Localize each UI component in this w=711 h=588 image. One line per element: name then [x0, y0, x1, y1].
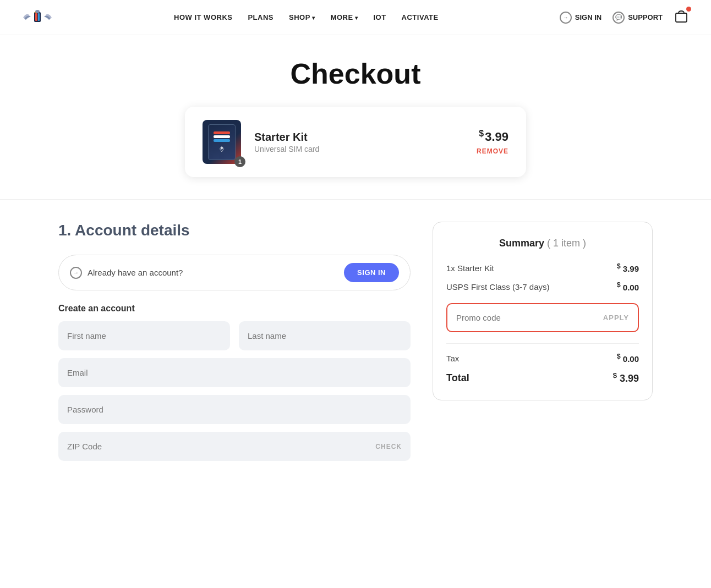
svg-rect-2 — [38, 13, 40, 21]
nav-plans[interactable]: PLANS — [248, 13, 274, 21]
sign-in-icon: → — [560, 12, 572, 24]
svg-rect-4 — [676, 13, 687, 22]
nav-more[interactable]: MORE — [331, 13, 358, 21]
cart-badge — [686, 7, 691, 12]
page-title: Checkout — [0, 35, 711, 107]
section-divider — [0, 199, 711, 200]
product-image — [203, 120, 241, 164]
cart-product-name: Starter Kit — [254, 131, 463, 144]
section-title: 1. Account details — [58, 222, 411, 239]
shipping-line: USPS First Class (3-7 days) $ 0.00 — [446, 281, 639, 292]
nav-right: → SIGN IN 💬 SUPPORT — [560, 9, 689, 26]
password-input[interactable] — [58, 395, 411, 424]
tax-label: Tax — [446, 354, 459, 363]
sim-card-visual — [208, 124, 236, 160]
starter-kit-line: 1x Starter Kit $ 3.99 — [446, 262, 639, 273]
svg-point-3 — [35, 10, 40, 13]
summary-divider — [446, 343, 639, 344]
signin-button[interactable]: SIGN IN — [344, 263, 399, 282]
main-content: 1. Account details → Already have an acc… — [25, 222, 686, 502]
cart-price: $3.99 — [477, 129, 508, 144]
sign-in-nav[interactable]: → SIGN IN — [560, 12, 601, 24]
last-name-input[interactable] — [239, 321, 411, 350]
nav-activate[interactable]: ACTIVATE — [402, 13, 439, 21]
summary-card: Summary ( 1 item ) 1x Starter Kit $ 3.99… — [433, 222, 653, 400]
section-number: 1. — [58, 222, 71, 239]
svg-rect-1 — [35, 13, 37, 21]
email-input[interactable] — [58, 358, 411, 387]
support-nav[interactable]: 💬 SUPPORT — [612, 12, 663, 24]
dollar-sign: $ — [479, 129, 484, 138]
nav-links: HOW IT WORKS PLANS SHOP MORE IOT ACTIVAT… — [174, 13, 439, 21]
logo[interactable] — [22, 8, 53, 28]
cart-icon[interactable] — [674, 9, 689, 26]
starter-kit-price: $ 3.99 — [617, 262, 639, 273]
already-account-text-group: → Already have an account? — [70, 267, 183, 279]
signin-arrow-icon: → — [70, 267, 82, 279]
summary-title: Summary ( 1 item ) — [446, 238, 639, 249]
product-image-wrap: 1 — [203, 120, 241, 164]
starter-kit-label: 1x Starter Kit — [446, 263, 494, 273]
zip-code-input[interactable] — [58, 432, 411, 461]
nav-shop[interactable]: SHOP — [289, 13, 315, 21]
support-icon: 💬 — [612, 12, 625, 24]
name-row — [58, 321, 411, 350]
cart-quantity-badge: 1 — [234, 156, 245, 167]
cart-product-desc: Universal SIM card — [254, 145, 463, 153]
first-name-input[interactable] — [58, 321, 230, 350]
apply-button[interactable]: APPLY — [603, 314, 629, 322]
total-line: Total $ 3.99 — [446, 371, 639, 384]
cart-section: 1 Starter Kit Universal SIM card $3.99 R… — [0, 107, 711, 199]
tax-price: $ 0.00 — [617, 353, 639, 364]
nav-how-it-works[interactable]: HOW IT WORKS — [174, 13, 232, 21]
signin-box: → Already have an account? SIGN IN — [58, 255, 411, 290]
total-price: $ 3.99 — [613, 371, 639, 384]
nav-iot[interactable]: IOT — [373, 13, 386, 21]
zip-row: CHECK — [58, 432, 411, 461]
shipping-label: USPS First Class (3-7 days) — [446, 282, 550, 292]
account-details-section: 1. Account details → Already have an acc… — [58, 222, 411, 469]
promo-code-box[interactable]: APPLY — [446, 303, 639, 332]
order-summary-section: Summary ( 1 item ) 1x Starter Kit $ 3.99… — [433, 222, 653, 469]
item-count: ( 1 item ) — [547, 238, 586, 249]
create-account-label: Create an account — [58, 304, 411, 314]
cart-product-info: Starter Kit Universal SIM card — [254, 131, 463, 153]
cart-card: 1 Starter Kit Universal SIM card $3.99 R… — [185, 107, 526, 177]
shipping-price: $ 0.00 — [617, 281, 639, 292]
remove-button[interactable]: REMOVE — [477, 147, 508, 155]
tax-line: Tax $ 0.00 — [446, 353, 639, 364]
total-label: Total — [446, 372, 469, 384]
check-label[interactable]: CHECK — [375, 443, 402, 450]
already-account-label: Already have an account? — [87, 268, 183, 277]
cart-price-section: $3.99 REMOVE — [477, 129, 508, 155]
section-title-text: Account details — [75, 222, 189, 239]
promo-code-input[interactable] — [456, 313, 603, 322]
